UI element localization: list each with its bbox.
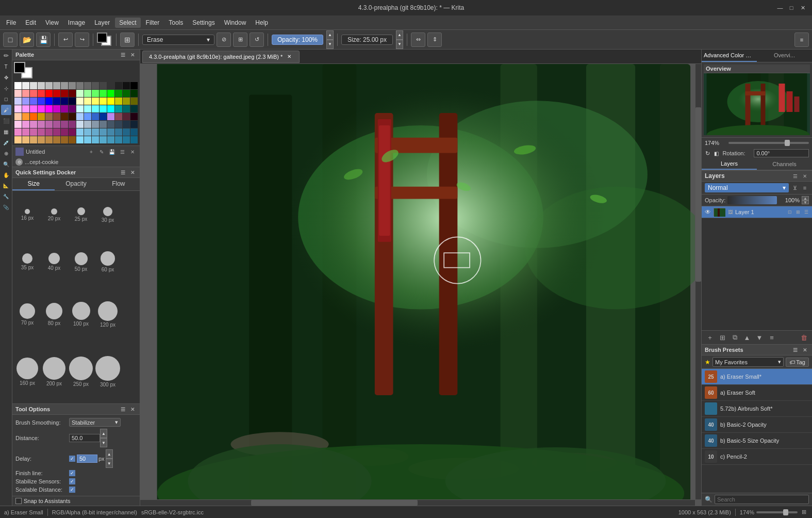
color-cell-60[interactable]	[107, 105, 114, 112]
color-cell-20[interactable]	[45, 90, 53, 97]
color-cell-121[interactable]	[84, 136, 91, 143]
color-cell-109[interactable]	[115, 128, 122, 136]
rotation-input[interactable]	[754, 149, 809, 157]
color-cell-97[interactable]	[22, 128, 29, 136]
brush-size-item-1[interactable]: 20 px	[42, 208, 66, 221]
color-cell-65[interactable]	[22, 113, 29, 120]
color-cell-1[interactable]	[22, 82, 29, 89]
color-cell-50[interactable]	[30, 105, 37, 112]
canvas-tab-close-button[interactable]: ✕	[286, 53, 293, 60]
color-cell-114[interactable]	[30, 136, 37, 143]
tool-eyedropper-button[interactable]: 💉	[1, 137, 11, 148]
color-cell-79[interactable]	[130, 113, 138, 120]
color-cell-87[interactable]	[69, 121, 76, 128]
brush-pattern-button2[interactable]: ⊞	[233, 33, 247, 47]
color-cell-56[interactable]	[76, 105, 84, 112]
delay-down-button[interactable]: ▼	[106, 459, 113, 468]
channels-tab[interactable]: Channels	[757, 159, 812, 169]
color-cell-18[interactable]	[30, 90, 37, 97]
color-cell-78[interactable]	[123, 113, 130, 120]
color-cell-26[interactable]	[92, 90, 99, 97]
brush-pattern-button[interactable]: ⊞	[120, 33, 135, 47]
tool-transform-button[interactable]: ⊹	[1, 83, 11, 93]
tool-pan-button[interactable]: ✋	[1, 170, 11, 180]
brush-preset-item-5[interactable]: 10c) Pencil-2	[702, 449, 812, 465]
canvas-tab[interactable]: 4.3.0-prealpha (git 8c9b10e): galteed.jp…	[142, 51, 300, 63]
menu-file[interactable]: File	[2, 18, 20, 28]
favorites-select[interactable]: My Favorites ▾	[712, 357, 784, 367]
color-cell-42[interactable]	[92, 98, 99, 105]
brush-size-item-12[interactable]: 160 px	[15, 358, 39, 386]
fg-swatch[interactable]	[14, 62, 25, 73]
color-cell-105[interactable]	[84, 128, 91, 136]
color-cell-11[interactable]	[100, 82, 107, 89]
color-cell-41[interactable]	[84, 98, 91, 105]
tool-reference-button[interactable]: 📎	[1, 202, 11, 213]
color-cell-7[interactable]	[69, 82, 76, 89]
color-cell-118[interactable]	[61, 136, 68, 143]
color-cell-59[interactable]	[100, 105, 107, 112]
color-cell-8[interactable]	[76, 82, 84, 89]
color-cell-77[interactable]	[115, 113, 122, 120]
brush-smoothing-select[interactable]: Stabilizer ▾	[69, 418, 121, 427]
menu-view[interactable]: View	[41, 18, 63, 28]
bp-close-button[interactable]: ✕	[801, 346, 809, 353]
color-cell-34[interactable]	[30, 98, 37, 105]
layers-opacity-down[interactable]: ▼	[802, 200, 809, 204]
color-cell-52[interactable]	[45, 105, 53, 112]
distance-up-button[interactable]: ▲	[100, 429, 107, 438]
tool-fill-button[interactable]: ⬛	[1, 116, 11, 126]
color-cell-30[interactable]	[123, 90, 130, 97]
minimize-button[interactable]: —	[776, 4, 784, 12]
color-cell-51[interactable]	[38, 105, 45, 112]
palette-close-button[interactable]: ✕	[128, 51, 137, 58]
redo-button[interactable]: ↪	[75, 33, 89, 47]
brush-search-input[interactable]	[715, 495, 809, 504]
color-cell-13[interactable]	[115, 82, 122, 89]
open-document-button[interactable]: 📂	[20, 33, 34, 47]
blend-icon-filter[interactable]: ⊻	[791, 184, 799, 192]
color-cell-21[interactable]	[53, 90, 60, 97]
color-cell-86[interactable]	[61, 121, 68, 128]
color-cell-28[interactable]	[107, 90, 114, 97]
add-group-button[interactable]: ⊞	[717, 332, 727, 343]
color-cell-62[interactable]	[123, 105, 130, 112]
color-cell-5[interactable]	[53, 82, 60, 89]
color-cell-58[interactable]	[92, 105, 99, 112]
opacity-up-button[interactable]: ▲	[326, 30, 334, 40]
color-cell-44[interactable]	[107, 98, 114, 105]
color-cell-68[interactable]	[45, 113, 53, 120]
color-cell-101[interactable]	[53, 128, 60, 136]
color-cell-14[interactable]	[123, 82, 130, 89]
brush-size-item-8[interactable]: 70 px	[15, 303, 39, 326]
brush-name-selector[interactable]: Erase ▾	[142, 35, 214, 45]
vertical-scrollbar[interactable]	[695, 64, 701, 499]
brush-size-item-4[interactable]: 35 px	[15, 253, 39, 270]
blend-mode-select[interactable]: Normal ▾	[705, 183, 789, 192]
stabilize-sensors-checkbox[interactable]: ✓	[69, 478, 75, 484]
tag-button[interactable]: 🏷 Tag	[786, 358, 809, 367]
color-cell-110[interactable]	[123, 128, 130, 136]
layer-1-action-1[interactable]: ⊡	[786, 208, 793, 216]
layer-duplicate-button[interactable]: ⧉	[730, 332, 740, 343]
color-cell-17[interactable]	[22, 90, 29, 97]
status-zoom-slider[interactable]	[756, 511, 798, 513]
qsd-tab-opacity[interactable]: Opacity	[55, 178, 97, 190]
brush-size-item-15[interactable]: 300 px	[96, 356, 120, 387]
color-cell-82[interactable]	[30, 121, 37, 128]
color-cell-111[interactable]	[130, 128, 138, 136]
menu-layer[interactable]: Layer	[90, 18, 114, 28]
color-cell-99[interactable]	[38, 128, 45, 136]
zoom-slider[interactable]	[728, 142, 809, 144]
color-cell-116[interactable]	[45, 136, 53, 143]
color-cell-122[interactable]	[92, 136, 99, 143]
color-cell-66[interactable]	[30, 113, 37, 120]
color-cell-67[interactable]	[38, 113, 45, 120]
brush-size-item-10[interactable]: 100 px	[69, 302, 93, 327]
menu-filter[interactable]: Filter	[142, 18, 164, 28]
tool-measure-button[interactable]: 📐	[1, 181, 11, 191]
menu-window[interactable]: Window	[220, 18, 251, 28]
delete-layer-button[interactable]: 🗑	[799, 332, 809, 343]
color-cell-88[interactable]	[76, 121, 84, 128]
brush-preset-item-0[interactable]: 25a) Eraser Small*	[702, 369, 812, 385]
